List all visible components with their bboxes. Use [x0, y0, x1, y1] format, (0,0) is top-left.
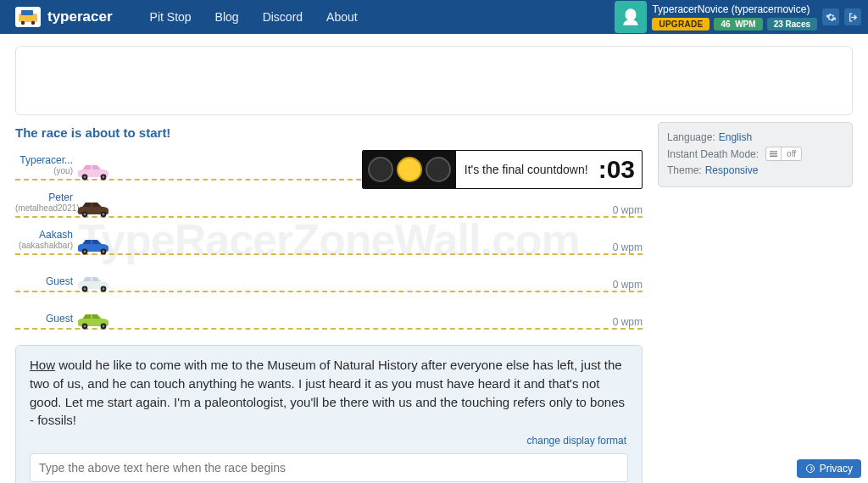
svg-point-7 [103, 176, 105, 179]
lane-player-sub: (aakashakbar) [15, 241, 73, 250]
quote-card: How would he like to come with me to the… [15, 345, 643, 483]
toggle-state: off [782, 149, 801, 158]
setting-theme: Theme: Responsive [667, 163, 843, 178]
logo-icon [15, 7, 41, 27]
avatar[interactable] [615, 1, 647, 33]
lane: Guest 0 wpm [15, 262, 643, 292]
language-value[interactable]: English [719, 131, 752, 143]
nav-link-pitstop[interactable]: Pit Stop [150, 10, 192, 24]
setting-instant-death: Instant Death Mode: off [667, 145, 843, 163]
svg-point-19 [103, 288, 105, 291]
lane-label: Guest [15, 313, 73, 328]
race-column: The race is about to start! TypeRacerZon… [15, 122, 643, 483]
lane-wpm: 0 wpm [592, 279, 643, 291]
svg-point-17 [84, 288, 86, 291]
svg-point-23 [103, 325, 105, 328]
death-toggle[interactable]: off [765, 147, 802, 161]
death-label: Instant Death Mode: [667, 148, 759, 160]
lane: Aakash (aakashakbar) 0 wpm [15, 225, 643, 255]
light-green [426, 157, 451, 182]
lane-wpm: 0 wpm [592, 204, 643, 216]
lane-wpm: 0 wpm [592, 242, 643, 253]
svg-point-13 [84, 251, 86, 253]
lane: Guest 0 wpm [15, 299, 643, 330]
svg-point-9 [84, 214, 86, 216]
lane-track [73, 306, 592, 328]
light-red [368, 157, 393, 182]
nav-link-about[interactable]: About [326, 10, 358, 24]
lane-player-sub: (metalhead2021) [15, 203, 73, 213]
gear-icon[interactable] [822, 8, 839, 25]
race-status: The race is about to start! [15, 125, 643, 140]
nav-link-discord[interactable]: Discord [263, 10, 303, 24]
main: The race is about to start! TypeRacerZon… [0, 122, 868, 483]
lane-player-sub: (you) [15, 166, 73, 175]
upgrade-pill[interactable]: UPGRADE [652, 18, 709, 31]
svg-rect-1 [21, 10, 33, 15]
lane-label: Peter (metalhead2021) [15, 192, 73, 216]
lane-label: Typeracer... (you) [15, 154, 73, 179]
lane: Peter (metalhead2021) 0 wpm [15, 187, 643, 218]
lane-track [73, 269, 592, 291]
lane-track [73, 194, 592, 216]
toggle-bars-icon [766, 147, 782, 160]
car-icon [75, 272, 114, 292]
svg-point-2 [21, 21, 25, 25]
lane-player-name[interactable]: Typeracer... [15, 154, 73, 166]
lane-label: Aakash (aakashakbar) [15, 229, 73, 253]
traffic-light-icon [363, 151, 456, 188]
svg-point-3 [31, 21, 35, 25]
lane-wpm: 0 wpm [592, 316, 643, 328]
lane-track [73, 231, 592, 253]
car-icon [75, 160, 114, 180]
car-icon [75, 309, 114, 330]
quote-rest: would he like to come with me to the Mus… [30, 358, 625, 427]
quote-first-word: How [30, 358, 55, 372]
privacy-button[interactable]: Privacy [797, 459, 861, 478]
privacy-label: Privacy [820, 463, 853, 475]
svg-point-5 [84, 176, 86, 179]
countdown-text: It's the final countdown! [456, 163, 597, 176]
change-display-format-link[interactable]: change display format [31, 435, 626, 447]
quote-text: How would he like to come with me to the… [30, 356, 628, 430]
brand-text: typeracer [47, 8, 113, 25]
top-nav: typeracer Pit Stop Blog Discord About Ty… [0, 0, 868, 34]
lane-label: Guest [15, 275, 73, 291]
language-label: Language: [667, 131, 715, 143]
svg-point-15 [103, 251, 105, 253]
nav-links: Pit Stop Blog Discord About [150, 10, 358, 24]
nav-right: TyperacerNovice (typeracernovice) UPGRAD… [615, 1, 861, 33]
nav-link-blog[interactable]: Blog [215, 10, 239, 24]
wpm-pill[interactable]: 46 WPM [714, 18, 762, 31]
lane-player-name[interactable]: Peter [15, 192, 73, 203]
lanes: TypeRacerZoneWall.com It's the final cou… [15, 150, 643, 330]
lane-player-name[interactable]: Guest [15, 275, 73, 287]
ad-placeholder [15, 46, 853, 115]
pill-row: UPGRADE 46 WPM 23 Races [652, 18, 817, 31]
setting-language: Language: English [667, 130, 843, 145]
logout-icon[interactable] [844, 8, 861, 25]
countdown-timer: :03 [597, 155, 642, 184]
svg-point-27 [806, 465, 814, 473]
typing-input[interactable] [30, 453, 628, 482]
settings-column: Language: English Instant Death Mode: of… [658, 122, 853, 187]
theme-label: Theme: [667, 164, 702, 176]
theme-value[interactable]: Responsive [705, 164, 759, 176]
countdown-box: It's the final countdown! :03 [362, 150, 643, 189]
username[interactable]: TyperacerNovice (typeracernovice) [652, 3, 817, 15]
lane-player-name[interactable]: Guest [15, 313, 73, 325]
light-yellow [397, 157, 422, 182]
settings-panel: Language: English Instant Death Mode: of… [658, 122, 853, 187]
car-icon [75, 235, 114, 255]
car-icon [75, 197, 114, 218]
svg-point-21 [84, 325, 86, 328]
races-pill[interactable]: 23 Races [767, 18, 817, 31]
user-column: TyperacerNovice (typeracernovice) UPGRAD… [652, 3, 817, 31]
svg-point-11 [103, 214, 105, 216]
logo[interactable]: typeracer [15, 7, 113, 27]
lane-player-name[interactable]: Aakash [15, 229, 73, 241]
